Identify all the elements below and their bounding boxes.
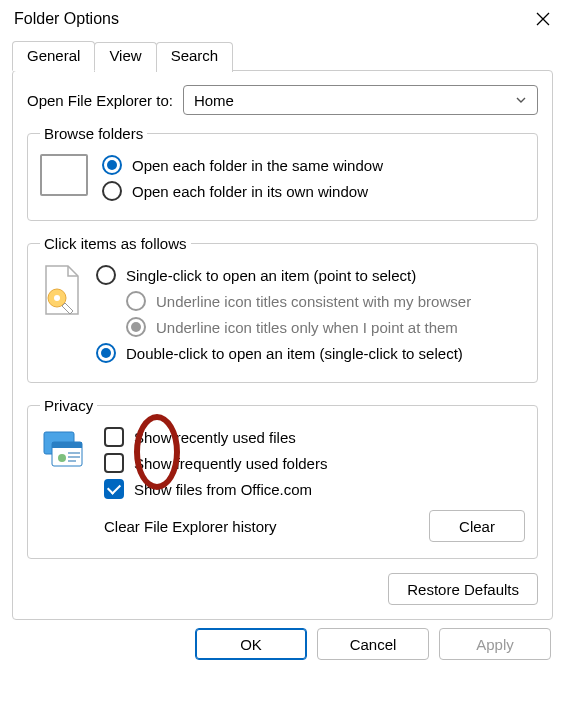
clear-button[interactable]: Clear xyxy=(429,510,525,542)
radio-double-click-label: Double-click to open an item (single-cli… xyxy=(126,345,463,362)
checkbox-frequent-folders[interactable] xyxy=(104,453,124,473)
clear-history-label: Clear File Explorer history xyxy=(104,518,277,535)
tab-general-label: General xyxy=(27,47,80,64)
browse-folders-group: Browse folders Open each folder in the s… xyxy=(27,125,538,221)
tab-view[interactable]: View xyxy=(94,42,156,72)
open-explorer-select[interactable]: Home xyxy=(183,85,538,115)
radio-underline-point-label: Underline icon titles only when I point … xyxy=(156,319,458,336)
click-items-legend: Click items as follows xyxy=(40,235,191,252)
tab-bar: General View Search xyxy=(12,40,553,70)
chevron-down-icon xyxy=(515,92,527,109)
restore-defaults-button[interactable]: Restore Defaults xyxy=(388,573,538,605)
radio-underline-point xyxy=(126,317,146,337)
ok-button[interactable]: OK xyxy=(195,628,307,660)
svg-point-5 xyxy=(58,454,66,462)
checkbox-office-files-label: Show files from Office.com xyxy=(134,481,312,498)
close-icon[interactable] xyxy=(535,11,551,27)
tab-general[interactable]: General xyxy=(12,41,95,71)
radio-own-window[interactable] xyxy=(102,181,122,201)
radio-same-window[interactable] xyxy=(102,155,122,175)
tab-search-label: Search xyxy=(171,47,219,64)
window-icon xyxy=(40,154,88,196)
cancel-button[interactable]: Cancel xyxy=(317,628,429,660)
radio-own-window-label: Open each folder in its own window xyxy=(132,183,368,200)
svg-point-1 xyxy=(54,295,60,301)
tab-view-label: View xyxy=(109,47,141,64)
click-items-group: Click items as follows Single-click to o… xyxy=(27,235,538,383)
dialog-title: Folder Options xyxy=(14,10,119,28)
radio-double-click[interactable] xyxy=(96,343,116,363)
apply-button[interactable]: Apply xyxy=(439,628,551,660)
privacy-icon xyxy=(40,426,86,472)
radio-underline-browser xyxy=(126,291,146,311)
radio-same-window-label: Open each folder in the same window xyxy=(132,157,383,174)
tab-search[interactable]: Search xyxy=(156,42,234,72)
svg-rect-8 xyxy=(68,460,76,462)
browse-folders-legend: Browse folders xyxy=(40,125,147,142)
privacy-group: Privacy Show recently used files xyxy=(27,397,538,559)
radio-single-click[interactable] xyxy=(96,265,116,285)
radio-underline-browser-label: Underline icon titles consistent with my… xyxy=(156,293,471,310)
open-explorer-label: Open File Explorer to: xyxy=(27,92,173,109)
general-panel: Open File Explorer to: Home Browse folde… xyxy=(12,70,553,620)
checkbox-recent-files[interactable] xyxy=(104,427,124,447)
file-click-icon xyxy=(40,264,82,318)
privacy-legend: Privacy xyxy=(40,397,97,414)
svg-rect-4 xyxy=(52,442,82,448)
svg-rect-6 xyxy=(68,452,80,454)
open-explorer-value: Home xyxy=(194,92,234,109)
svg-rect-7 xyxy=(68,456,80,458)
checkbox-frequent-folders-label: Show frequently used folders xyxy=(134,455,327,472)
radio-single-click-label: Single-click to open an item (point to s… xyxy=(126,267,416,284)
checkbox-office-files[interactable] xyxy=(104,479,124,499)
checkbox-recent-files-label: Show recently used files xyxy=(134,429,296,446)
